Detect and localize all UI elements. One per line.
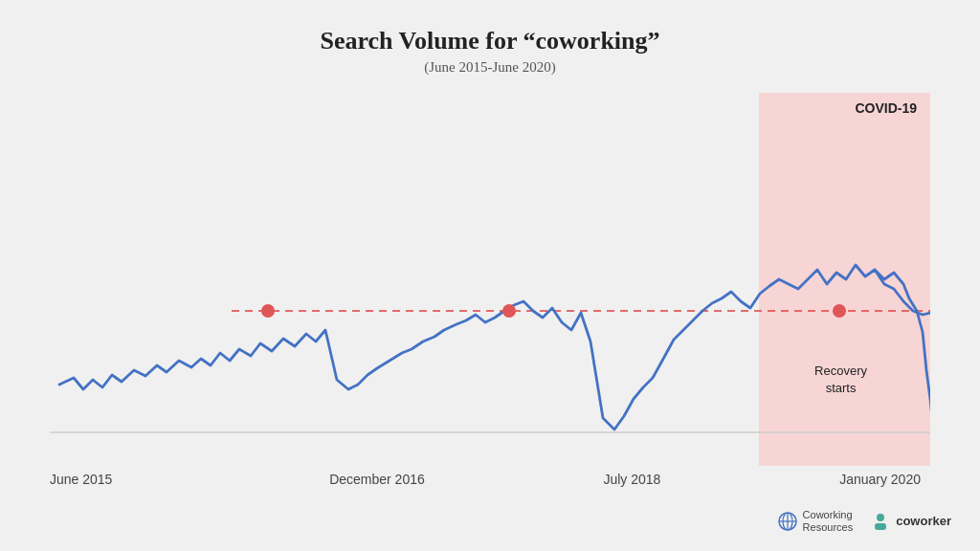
coworking-resources-label: CoworkingResources [803, 509, 854, 534]
reference-dot-2 [502, 304, 516, 318]
chart-svg [50, 93, 930, 466]
logo-coworker: coworker [870, 511, 951, 532]
chart-subtitle: (June 2015-June 2020) [424, 59, 555, 76]
x-label-jan2020: January 2020 [839, 472, 921, 487]
person-icon [870, 511, 891, 532]
x-label-dec2016: December 2016 [329, 472, 425, 487]
x-label-july2018: July 2018 [603, 472, 660, 487]
svg-rect-7 [875, 523, 886, 530]
svg-point-6 [877, 514, 884, 521]
logo-coworking-resources: CoworkingResources [777, 509, 854, 534]
x-label-june2015: June 2015 [50, 472, 112, 487]
trend-line [59, 265, 930, 430]
x-axis-labels: June 2015 December 2016 July 2018 Januar… [50, 472, 930, 487]
chart-area: COVID-19 Recoverystarts [50, 93, 930, 466]
chart-title: Search Volume for “coworking” [320, 27, 659, 55]
reference-dot-1 [261, 304, 275, 318]
reference-dot-3 [833, 304, 846, 318]
covid-drop-line [875, 270, 930, 418]
globe-icon [777, 511, 798, 532]
logos: CoworkingResources coworker [777, 509, 951, 534]
coworker-label: coworker [896, 514, 951, 528]
chart-container: Search Volume for “coworking” (June 2015… [0, 0, 980, 551]
